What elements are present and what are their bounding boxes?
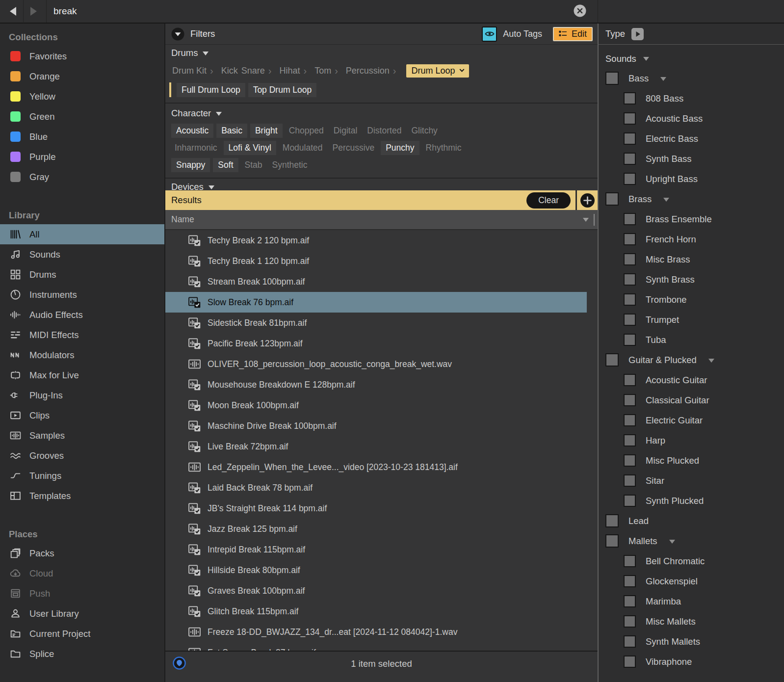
character-tag-stab[interactable]: Stab bbox=[241, 158, 266, 172]
character-tag-rhythmic[interactable]: Rhythmic bbox=[422, 141, 465, 155]
character-tag-distorted[interactable]: Distorted bbox=[364, 124, 405, 138]
type-tree-item-misc-plucked[interactable]: Misc Plucked bbox=[599, 450, 784, 471]
place-item-cloud[interactable]: Cloud bbox=[0, 563, 164, 583]
checkbox[interactable] bbox=[624, 173, 636, 185]
type-tree-item-vibraphone[interactable]: Vibraphone bbox=[599, 652, 784, 672]
place-item-push[interactable]: Push bbox=[0, 583, 164, 603]
character-tag-soft[interactable]: Soft bbox=[213, 158, 238, 172]
collection-item-purple[interactable]: Purple bbox=[0, 147, 164, 167]
file-row[interactable]: Laid Back Break 78 bpm.aif bbox=[165, 477, 587, 498]
type-tree-item-tuba[interactable]: Tuba bbox=[599, 330, 784, 350]
character-tag-basic[interactable]: Basic bbox=[216, 124, 247, 138]
sidebar-item-modulators[interactable]: Modulators bbox=[0, 345, 164, 365]
add-filter-button[interactable] bbox=[577, 190, 598, 210]
column-divider[interactable] bbox=[594, 214, 595, 226]
type-tree-item-acoustic-guitar[interactable]: Acoustic Guitar bbox=[599, 370, 784, 390]
type-tree-item-harp[interactable]: Harp bbox=[599, 430, 784, 450]
checkbox[interactable] bbox=[624, 112, 636, 125]
character-tag-acoustic[interactable]: Acoustic bbox=[171, 124, 213, 138]
sidebar-item-drums[interactable]: Drums bbox=[0, 264, 164, 285]
checkbox[interactable] bbox=[624, 233, 636, 245]
breadcrumb-item-snare[interactable]: Snare bbox=[241, 66, 265, 76]
character-tag-synthetic[interactable]: Synthetic bbox=[269, 158, 311, 172]
character-tag-snappy[interactable]: Snappy bbox=[171, 158, 210, 172]
file-row[interactable]: Glitch Break 115bpm.aif bbox=[165, 601, 587, 622]
type-tree-item-synth-plucked[interactable]: Synth Plucked bbox=[599, 491, 784, 511]
devices-section-header[interactable]: Devices bbox=[165, 179, 598, 190]
checkbox[interactable] bbox=[624, 92, 636, 105]
breadcrumb-item-tom[interactable]: Tom bbox=[314, 66, 331, 76]
collection-item-green[interactable]: Green bbox=[0, 106, 164, 127]
character-tag-inharmonic[interactable]: Inharmonic bbox=[171, 141, 221, 155]
play-icon[interactable] bbox=[631, 27, 644, 41]
file-row[interactable]: Slow Break 76 bpm.aif bbox=[165, 292, 587, 313]
sidebar-item-plug-ins[interactable]: Plug-Ins bbox=[0, 385, 164, 405]
type-tree-item-acoustic-bass[interactable]: Acoustic Bass bbox=[599, 108, 784, 129]
type-tree-item-bell-chromatic[interactable]: Bell Chromatic bbox=[599, 551, 784, 571]
checkbox[interactable] bbox=[624, 273, 636, 286]
type-tree-item-synth-brass[interactable]: Synth Brass bbox=[599, 269, 784, 289]
type-tree-item-brass-ensemble[interactable]: Brass Ensemble bbox=[599, 209, 784, 229]
sidebar-item-sounds[interactable]: Sounds bbox=[0, 244, 164, 264]
checkbox[interactable] bbox=[624, 434, 636, 446]
checkbox[interactable] bbox=[605, 192, 619, 206]
type-tree-item-brass[interactable]: Brass bbox=[599, 189, 784, 209]
sidebar-item-all[interactable]: All bbox=[0, 224, 164, 244]
type-tree-item-sitar[interactable]: Sitar bbox=[599, 471, 784, 491]
filter-icon[interactable] bbox=[171, 27, 184, 41]
type-tree-item-misc-mallets[interactable]: Misc Mallets bbox=[599, 611, 784, 631]
name-column-header[interactable]: Name bbox=[165, 210, 598, 230]
type-tree-item-808-bass[interactable]: 808 Bass bbox=[599, 88, 784, 108]
checkbox[interactable] bbox=[624, 394, 636, 406]
sidebar-item-clips[interactable]: Clips bbox=[0, 405, 164, 425]
back-arrow-icon[interactable] bbox=[10, 7, 16, 16]
checkbox[interactable] bbox=[624, 153, 636, 165]
sidebar-item-templates[interactable]: Templates bbox=[0, 486, 164, 506]
checkbox[interactable] bbox=[624, 575, 636, 587]
character-tag-percussive[interactable]: Percussive bbox=[329, 141, 378, 155]
type-tree-item-bass[interactable]: Bass bbox=[599, 68, 784, 88]
breadcrumb-item-drum-kit[interactable]: Drum Kit bbox=[172, 66, 207, 76]
collection-item-orange[interactable]: Orange bbox=[0, 66, 164, 86]
file-row[interactable]: Jazz Break 125 bpm.aif bbox=[165, 519, 587, 539]
type-tree-item-guitar-plucked[interactable]: Guitar & Plucked bbox=[599, 350, 784, 370]
sidebar-item-tunings[interactable]: Tunings bbox=[0, 466, 164, 486]
place-item-current-project[interactable]: Current Project bbox=[0, 624, 164, 644]
sidebar-item-grooves[interactable]: Grooves bbox=[0, 446, 164, 466]
type-tree-item-glockenspiel[interactable]: Glockenspiel bbox=[599, 571, 784, 591]
file-row[interactable]: Intrepid Break 115bpm.aif bbox=[165, 539, 587, 560]
file-row[interactable]: Freeze 18-DD_BWJAZZ_134_dr...eat [2024-1… bbox=[165, 622, 587, 642]
checkbox[interactable] bbox=[624, 615, 636, 628]
character-tag-bright[interactable]: Bright bbox=[250, 124, 283, 138]
sidebar-item-midi-effects[interactable]: MIDI Effects bbox=[0, 325, 164, 345]
sidebar-item-max-for-live[interactable]: Max for Live bbox=[0, 365, 164, 385]
file-row[interactable]: Maschine Drive Break 100bpm.aif bbox=[165, 416, 587, 436]
collection-item-gray[interactable]: Gray bbox=[0, 167, 164, 187]
type-tree-item-marimba[interactable]: Marimba bbox=[599, 591, 784, 611]
clear-filters-button[interactable]: Clear bbox=[526, 192, 571, 209]
checkbox[interactable] bbox=[624, 374, 636, 386]
checkbox[interactable] bbox=[605, 72, 619, 85]
sort-descending-icon[interactable] bbox=[583, 218, 589, 222]
file-row[interactable]: Fat Swung Break 87 bpm.aif bbox=[165, 642, 587, 651]
character-tag-modulated[interactable]: Modulated bbox=[279, 141, 326, 155]
checkbox[interactable] bbox=[624, 495, 636, 507]
checkbox[interactable] bbox=[624, 474, 636, 487]
character-tag-punchy[interactable]: Punchy bbox=[381, 141, 419, 155]
type-tree-item-trombone[interactable]: Trombone bbox=[599, 289, 784, 310]
auto-tags-toggle[interactable] bbox=[482, 26, 497, 42]
checkbox[interactable] bbox=[624, 253, 636, 265]
file-row[interactable]: Techy Break 2 120 bpm.aif bbox=[165, 230, 587, 251]
checkbox[interactable] bbox=[624, 213, 636, 225]
type-tree-item-french-horn[interactable]: French Horn bbox=[599, 229, 784, 249]
collection-item-yellow[interactable]: Yellow bbox=[0, 86, 164, 106]
checkbox[interactable] bbox=[624, 555, 636, 567]
file-row[interactable]: Live Break 72bpm.aif bbox=[165, 436, 587, 457]
character-tag-chopped[interactable]: Chopped bbox=[286, 124, 327, 138]
sidebar-item-instruments[interactable]: Instruments bbox=[0, 285, 164, 305]
type-tree-item-upright-bass[interactable]: Upright Bass bbox=[599, 169, 784, 189]
breadcrumb-item-hihat[interactable]: Hihat bbox=[279, 66, 300, 76]
forward-arrow-icon[interactable] bbox=[30, 7, 37, 16]
place-item-user-library[interactable]: User Library bbox=[0, 603, 164, 624]
character-tag-digital[interactable]: Digital bbox=[330, 124, 361, 138]
